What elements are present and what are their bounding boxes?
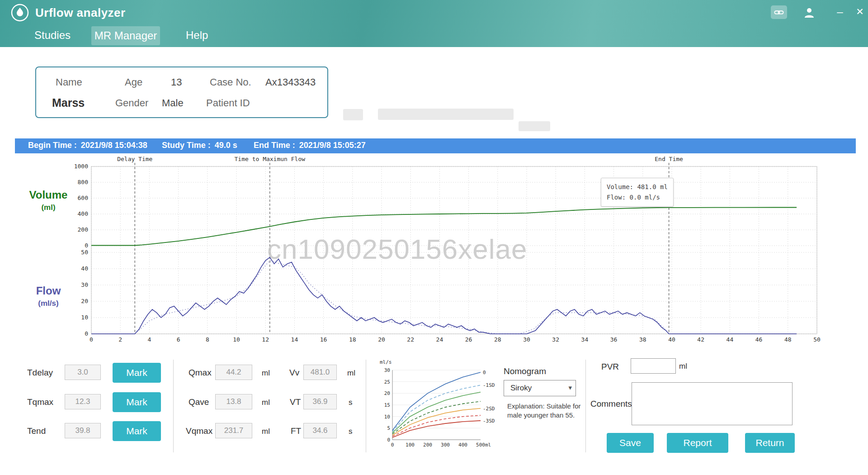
nomogram-select[interactable]: Siroky ▾: [504, 380, 576, 396]
vqmax-value-field[interactable]: 231.7: [215, 423, 252, 438]
svg-text:50: 50: [813, 336, 821, 343]
volume-axis-unit: (ml): [21, 203, 75, 212]
qmax-value-field[interactable]: 44.2: [215, 365, 252, 380]
close-button[interactable]: ✕: [851, 4, 868, 20]
watermark-artifact: [519, 121, 550, 131]
svg-text:1000: 1000: [74, 163, 88, 170]
begin-time: Begin Time :2021/9/8 15:04:38: [28, 141, 147, 150]
patient-age-value: 13: [171, 76, 182, 88]
svg-text:26: 26: [465, 336, 472, 343]
svg-text:28: 28: [494, 336, 501, 343]
svg-text:800: 800: [78, 179, 88, 185]
vv-unit: ml: [347, 369, 355, 378]
svg-text:24: 24: [436, 336, 443, 343]
vt-label: VT: [290, 397, 301, 407]
patient-info-panel: Name Age 13 Case No. Ax1343343 Marss Gen…: [35, 66, 328, 118]
svg-text:20: 20: [378, 336, 385, 343]
end-time-value: 2021/9/8 15:05:27: [299, 141, 366, 150]
patient-case-label: Case No.: [210, 76, 251, 88]
svg-text:0: 0: [90, 336, 93, 343]
qave-value-field[interactable]: 13.8: [215, 394, 252, 409]
svg-text:6: 6: [177, 336, 180, 343]
save-button[interactable]: Save: [607, 433, 654, 453]
patient-id-label: Patient ID: [206, 97, 250, 109]
tooltip-flow: Flow: 0.0 ml/s: [607, 192, 668, 203]
vqmax-unit: ml: [262, 427, 270, 436]
tend-value-field[interactable]: 39.8: [65, 423, 101, 438]
svg-text:38: 38: [639, 336, 646, 343]
svg-text:30: 30: [523, 336, 530, 343]
svg-text:42: 42: [697, 336, 704, 343]
patient-gender-value: Male: [162, 97, 184, 109]
flow-axis-title: Flow: [21, 285, 75, 297]
study-time-value: 49.0 s: [215, 141, 237, 150]
svg-text:500: 500: [476, 442, 485, 448]
app-logo-icon: [10, 3, 30, 23]
app-window: Urflow analyzer – ✕ Studies MR Manager H…: [0, 0, 868, 475]
pvr-input[interactable]: [631, 358, 676, 374]
svg-text:32: 32: [552, 336, 559, 343]
vv-label: Vv: [289, 368, 299, 378]
svg-text:10: 10: [81, 314, 88, 321]
begin-time-label: Begin Time :: [28, 141, 77, 150]
svg-text:300: 300: [441, 442, 450, 448]
tooltip-volume: Volume: 481.0 ml: [607, 182, 668, 192]
svg-text:400: 400: [458, 442, 467, 448]
nomogram-selected-value: Siroky: [510, 384, 532, 393]
flow-volume-chart[interactable]: Volume (ml) Flow (ml/s) 0246810121416182…: [15, 153, 856, 346]
qmax-label: Qmax: [189, 368, 212, 378]
ft-value-field[interactable]: 34.6: [303, 423, 337, 438]
dropdown-arrow-icon: ▾: [568, 384, 572, 392]
menu-item-help[interactable]: Help: [186, 29, 208, 42]
study-time-bar: Begin Time :2021/9/8 15:04:38 Study Time…: [15, 138, 856, 153]
svg-text:50: 50: [81, 249, 88, 256]
watermark-artifact: [343, 109, 363, 120]
user-button[interactable]: [801, 5, 817, 20]
return-button[interactable]: Return: [745, 433, 795, 453]
svg-text:8: 8: [206, 336, 209, 343]
svg-text:-1SD: -1SD: [483, 382, 495, 388]
chart-tooltip: Volume: 481.0 ml Flow: 0.0 ml/s: [601, 178, 674, 207]
svg-text:Time to Maximun Flow: Time to Maximun Flow: [235, 156, 306, 162]
minimize-button[interactable]: –: [831, 4, 849, 20]
svg-text:46: 46: [755, 336, 763, 343]
svg-text:14: 14: [291, 336, 298, 343]
comments-textarea[interactable]: [632, 382, 793, 425]
svg-text:100: 100: [406, 442, 415, 448]
svg-text:Delay Time: Delay Time: [117, 156, 152, 162]
study-time: Study Time :49.0 s: [162, 141, 237, 150]
svg-text:12: 12: [262, 336, 269, 343]
patient-gender-label: Gender: [115, 97, 148, 109]
patient-case-value: Ax1343343: [265, 76, 316, 88]
svg-text:-3SD: -3SD: [483, 418, 495, 424]
tqmax-label: Tqmax: [27, 397, 53, 407]
divider: [173, 360, 174, 452]
menu-item-mr-manager[interactable]: MR Manager: [91, 26, 160, 45]
svg-text:25: 25: [384, 379, 390, 385]
chart-canvas[interactable]: 0246810121416182022242628303234363840424…: [15, 153, 856, 346]
report-button[interactable]: Report: [667, 433, 728, 453]
tdelay-mark-button[interactable]: Mark: [113, 363, 161, 383]
tend-mark-button[interactable]: Mark: [113, 421, 161, 441]
end-time: End Time :2021/9/8 15:05:27: [254, 141, 366, 150]
link-icon: [774, 9, 784, 16]
link-button[interactable]: [771, 5, 787, 19]
tdelay-value-field[interactable]: 3.0: [65, 365, 101, 380]
tqmax-value-field[interactable]: 12.3: [65, 394, 101, 409]
svg-text:0: 0: [85, 330, 88, 337]
svg-text:0: 0: [483, 370, 486, 375]
patient-name-value: Marss: [52, 96, 85, 109]
flow-axis-unit: (ml/s): [21, 299, 75, 308]
menu-item-studies[interactable]: Studies: [34, 29, 71, 42]
ft-unit: s: [349, 427, 353, 436]
tqmax-mark-button[interactable]: Mark: [113, 392, 161, 412]
vt-value-field[interactable]: 36.9: [303, 394, 337, 409]
svg-text:200: 200: [423, 442, 432, 448]
vt-unit: s: [349, 398, 353, 407]
svg-text:30: 30: [384, 367, 390, 373]
qmax-unit: ml: [262, 369, 270, 378]
vv-value-field[interactable]: 481.0: [303, 365, 337, 380]
study-time-label: Study Time :: [162, 141, 211, 150]
svg-text:44: 44: [726, 336, 734, 343]
svg-text:18: 18: [349, 336, 356, 343]
